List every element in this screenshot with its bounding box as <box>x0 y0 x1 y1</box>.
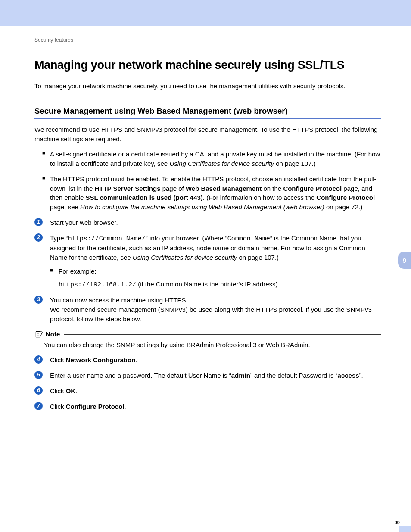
text: Start your web browser. <box>50 219 118 226</box>
text: . <box>125 403 126 410</box>
note-body: You can also change the SNMP settings by… <box>34 340 381 350</box>
text: Click <box>50 356 66 364</box>
step-number-badge: 3 <box>34 296 43 304</box>
step-number-badge: 5 <box>34 371 43 379</box>
text: Web Based Management <box>186 185 262 192</box>
text: . <box>135 356 137 364</box>
recommend-paragraph: We recommend to use HTTPS and SNMPv3 pro… <box>34 125 381 144</box>
step-item: 5 Enter a user name and a password. The … <box>34 371 381 380</box>
list-item: The HTTPS protocol must be enabled. To e… <box>34 174 381 212</box>
text: . <box>75 387 77 395</box>
steps-list: 1 Start your web browser. 2 Type “https:… <box>34 218 381 324</box>
cross-ref-link[interactable]: How to configure the machine settings us… <box>80 203 324 211</box>
list-item: For example: <box>50 267 381 276</box>
text: You can now access the machine using HTT… <box>50 296 188 304</box>
list-item: A self-signed certificate or a certifica… <box>34 149 381 168</box>
step-item: 2 Type “https://Common Name/” into your … <box>34 233 381 290</box>
step-item: 6 Click OK. <box>34 386 381 396</box>
intro-paragraph: To manage your network machine securely,… <box>34 81 381 91</box>
text: Configure Protocol <box>283 185 342 192</box>
svg-rect-0 <box>36 331 40 337</box>
steps-list-continued: 4 Click Network Configuration. 5 Enter a… <box>34 355 381 411</box>
text: SSL communication is used (port 443) <box>86 194 203 201</box>
step-number-badge: 1 <box>34 218 43 226</box>
text: Click <box>50 387 66 395</box>
note-icon <box>34 330 43 339</box>
code-text: Common Name <box>227 235 270 243</box>
step-item: 1 Start your web browser. <box>34 218 381 227</box>
example-line: https://192.168.1.2/ (if the Common Name… <box>50 280 381 290</box>
step-number-badge: 2 <box>34 233 43 242</box>
text: ” into your browser. (Where “ <box>146 234 227 242</box>
note-block: Note You can also change the SNMP settin… <box>34 330 381 350</box>
text: (if the Common Name is the printer's IP … <box>136 280 278 288</box>
text: admin <box>231 372 250 379</box>
text: Configure Protocol <box>66 403 125 410</box>
text: HTTP Server Settings <box>94 185 160 192</box>
page-title: Managing your network machine securely u… <box>34 59 381 72</box>
step-number-badge: 4 <box>34 355 43 364</box>
requirements-list: A self-signed certificate or a certifica… <box>34 149 381 212</box>
text: ”. <box>359 372 363 379</box>
text: Enter a user name and a password. The de… <box>50 372 231 379</box>
page-number: 99 <box>395 520 400 525</box>
note-rule <box>64 334 381 335</box>
text: on page 107.) <box>237 254 279 261</box>
step-item: 4 Click Network Configuration. <box>34 355 381 365</box>
text: page, see <box>50 203 80 211</box>
breadcrumb: Security features <box>34 37 381 43</box>
note-title: Note <box>46 330 60 338</box>
code-text: https://192.168.1.2/ <box>59 281 136 289</box>
step-number-badge: 7 <box>34 402 43 410</box>
text: Type “ <box>50 234 68 242</box>
text: OK <box>66 387 76 395</box>
text: . (For information on how to access the <box>203 194 316 201</box>
step-item: 3 You can now access the machine using H… <box>34 296 381 324</box>
text: on the <box>262 185 283 192</box>
text: Configure Protocol <box>316 194 375 201</box>
cross-ref-link[interactable]: Using Certificates for device security <box>169 160 274 167</box>
header-bar <box>0 0 411 26</box>
text: access <box>338 372 359 379</box>
sub-list: For example: <box>50 267 381 276</box>
text: We recommend secure management (SNMPv3) … <box>50 306 372 323</box>
code-text: https://Common Name/ <box>68 235 146 243</box>
text: ” and the default Password is “ <box>250 372 338 379</box>
text: Network Configuration <box>66 356 136 364</box>
text: on page 107.) <box>274 160 316 167</box>
corner-accent <box>399 526 411 532</box>
step-item: 7 Click Configure Protocol. <box>34 402 381 411</box>
section-rule <box>34 118 381 119</box>
section-heading: Secure Management using Web Based Manage… <box>34 106 381 116</box>
cross-ref-link[interactable]: Using Certificates for device security <box>133 254 237 261</box>
text: on page 72.) <box>324 203 362 211</box>
step-number-badge: 6 <box>34 386 43 395</box>
text: Click <box>50 403 66 410</box>
text: page of <box>161 185 186 192</box>
